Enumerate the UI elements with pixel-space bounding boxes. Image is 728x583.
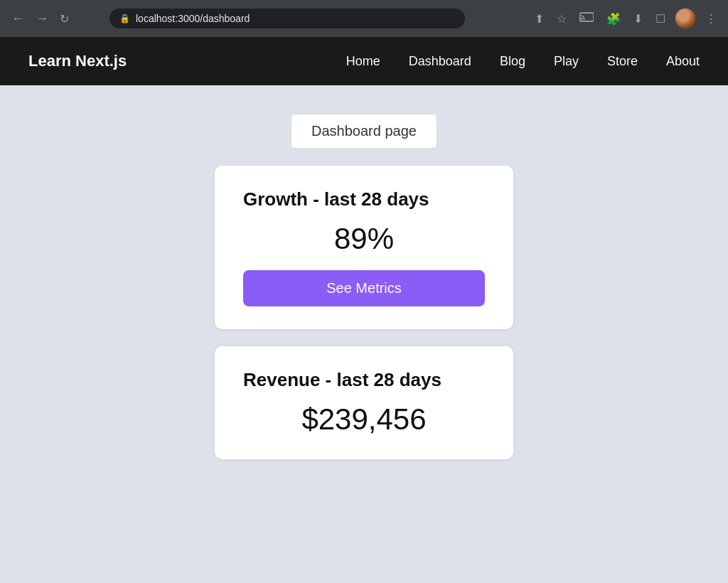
- nav-item-home[interactable]: Home: [346, 54, 380, 69]
- main-content: Dashboard page Growth - last 28 days 89%…: [0, 85, 728, 583]
- fullscreen-button[interactable]: ☐: [653, 9, 668, 28]
- nav-item-play[interactable]: Play: [554, 54, 579, 69]
- revenue-card: Revenue - last 28 days $239,456: [215, 346, 513, 459]
- page-title: Dashboard page: [311, 123, 417, 139]
- nav-link-play[interactable]: Play: [554, 54, 579, 68]
- bookmark-button[interactable]: ☆: [554, 9, 569, 28]
- lock-icon: 🔒: [119, 14, 130, 23]
- nav-item-dashboard[interactable]: Dashboard: [409, 54, 471, 69]
- browser-chrome: ← → ↻ 🔒 localhost:3000/dashboard ⬆ ☆ 🧩 ⬇…: [0, 0, 728, 37]
- back-button[interactable]: ←: [9, 9, 27, 28]
- avatar-image: [675, 9, 695, 28]
- download-button[interactable]: ⬇: [631, 9, 646, 28]
- growth-card: Growth - last 28 days 89% See Metrics: [215, 166, 513, 329]
- forward-button[interactable]: →: [33, 9, 51, 28]
- see-metrics-button[interactable]: See Metrics: [243, 270, 485, 306]
- avatar[interactable]: [675, 9, 695, 28]
- nav-item-store[interactable]: Store: [607, 54, 638, 69]
- revenue-card-title: Revenue - last 28 days: [243, 369, 485, 391]
- menu-button[interactable]: ⋮: [702, 9, 719, 28]
- brand-logo[interactable]: Learn Next.js: [28, 52, 127, 70]
- growth-card-title: Growth - last 28 days: [243, 188, 485, 210]
- browser-actions: ⬆ ☆ 🧩 ⬇ ☐ ⋮: [532, 9, 719, 28]
- page-title-badge: Dashboard page: [291, 114, 437, 149]
- url-text: localhost:3000/dashboard: [136, 13, 250, 24]
- nav-links: Home Dashboard Blog Play Store About: [346, 54, 700, 69]
- nav-link-dashboard[interactable]: Dashboard: [409, 54, 471, 68]
- extensions-button[interactable]: 🧩: [604, 9, 623, 28]
- nav-link-about[interactable]: About: [666, 54, 700, 68]
- revenue-card-value: $239,456: [243, 402, 485, 437]
- navbar: Learn Next.js Home Dashboard Blog Play S…: [0, 37, 728, 85]
- share-button[interactable]: ⬆: [532, 9, 547, 28]
- cast-button[interactable]: [577, 9, 596, 28]
- nav-link-blog[interactable]: Blog: [500, 54, 525, 68]
- refresh-button[interactable]: ↻: [57, 9, 72, 28]
- nav-buttons: ← → ↻: [9, 9, 72, 28]
- nav-link-home[interactable]: Home: [346, 54, 380, 68]
- nav-link-store[interactable]: Store: [607, 54, 638, 68]
- address-bar[interactable]: 🔒 localhost:3000/dashboard: [109, 9, 465, 28]
- growth-card-value: 89%: [243, 222, 485, 256]
- nav-item-about[interactable]: About: [666, 54, 700, 69]
- nav-item-blog[interactable]: Blog: [500, 54, 525, 69]
